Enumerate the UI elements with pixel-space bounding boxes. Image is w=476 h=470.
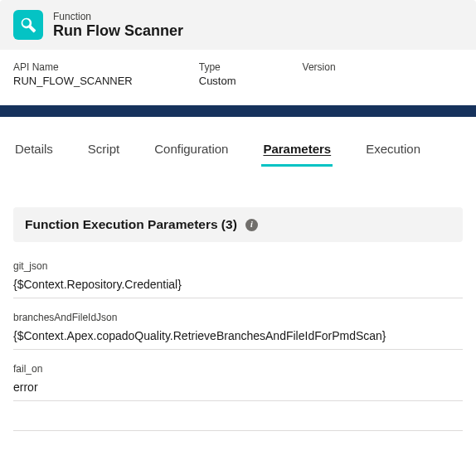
meta-value-type: Custom [199,75,236,87]
param-label: git_json [13,260,463,272]
meta-label-type: Type [199,61,236,73]
meta-label-version: Version [303,61,336,73]
info-icon[interactable]: i [245,219,258,231]
tab-configuration[interactable]: Configuration [153,137,230,167]
wrench-icon [20,17,36,33]
param-input-git-json[interactable] [13,278,463,298]
parameters-section: Function Execution Parameters (3) i git_… [0,207,476,431]
record-header: Function Run Flow Scanner [0,0,476,50]
meta-label-api-name: API Name [13,61,133,73]
meta-version: Version [303,61,336,87]
param-input-fail-on[interactable] [13,380,463,401]
param-empty-row [13,411,463,431]
section-title: Function Execution Parameters (3) [25,217,237,232]
param-list: git_json branchesAndFileIdJson fail_on [13,242,463,431]
tabs: Details Script Configuration Parameters … [0,137,476,167]
function-icon [13,10,43,40]
tab-execution[interactable]: Execution [364,137,422,167]
tab-details[interactable]: Details [13,137,55,167]
meta-type: Type Custom [199,61,236,87]
meta-api-name: API Name RUN_FLOW_SCANNER [13,61,133,87]
meta-value-api-name: RUN_FLOW_SCANNER [13,75,133,87]
page-title: Run Flow Scanner [53,22,183,40]
param-input-branches-fileid[interactable] [13,329,463,350]
param-label: fail_on [13,363,463,375]
param-row: git_json [13,247,463,298]
tab-script[interactable]: Script [86,137,121,167]
separator-bar [0,105,476,117]
tab-parameters[interactable]: Parameters [261,137,333,167]
header-text: Function Run Flow Scanner [53,11,183,40]
param-row: branchesAndFileIdJson [13,298,463,350]
object-label: Function [53,11,183,22]
section-header: Function Execution Parameters (3) i [13,207,463,242]
meta-row: API Name RUN_FLOW_SCANNER Type Custom Ve… [0,50,476,105]
param-row: fail_on [13,350,463,401]
param-label: branchesAndFileIdJson [13,312,463,323]
